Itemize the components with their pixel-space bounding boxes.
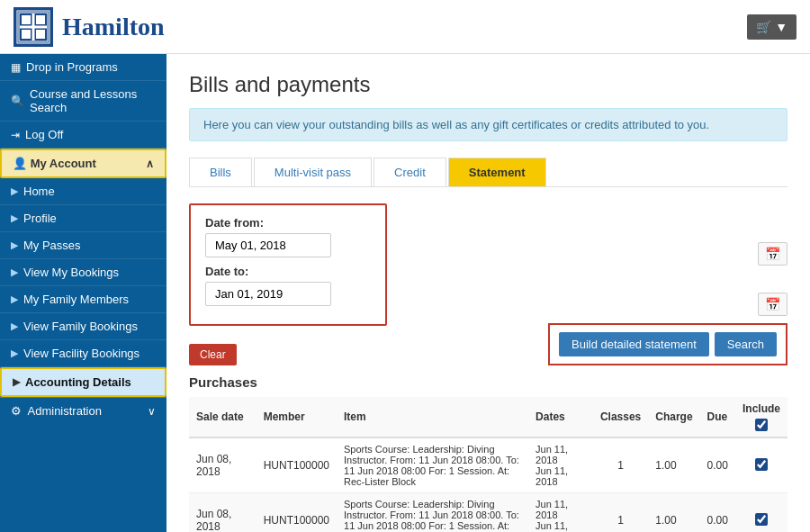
header: Hamilton 🛒 ▼ xyxy=(0,0,810,54)
tabs: Bills Multi-visit pass Credit Statement xyxy=(189,158,788,187)
arrow-icon: ▶ xyxy=(11,293,18,305)
right-panel: 📅 📅 Build detailed statement Search xyxy=(548,242,788,365)
chevron-up-icon: ∧ xyxy=(146,158,154,170)
sidebar-item-view-bookings[interactable]: ▶ View My Bookings xyxy=(0,259,166,286)
calendar-icon-bottom[interactable]: 📅 xyxy=(758,293,788,316)
cell-include xyxy=(735,437,788,493)
sidebar-item-label: Accounting Details xyxy=(25,375,131,389)
cell-sale-date: Jun 08, 2018 xyxy=(189,493,256,533)
sidebar-item-label: View Family Bookings xyxy=(23,320,138,333)
table-row: Jun 08, 2018 HUNT100000 Sports Course: L… xyxy=(189,493,788,533)
logo-icon xyxy=(14,7,53,47)
sidebar-item-family-members[interactable]: ▶ My Family Members xyxy=(0,286,166,313)
sidebar-item-facility-bookings[interactable]: ▶ View Facility Bookings xyxy=(0,340,166,367)
table-row: Jun 08, 2018 HUNT100000 Sports Course: L… xyxy=(189,437,788,493)
cell-due: 0.00 xyxy=(700,437,735,493)
sidebar-item-label: Log Off xyxy=(25,128,63,141)
date-section: Date from: Date to: xyxy=(189,203,387,365)
sidebar-item-label: My Passes xyxy=(23,239,81,252)
search-icon: 🔍 xyxy=(11,95,24,107)
chevron-down-icon: ∨ xyxy=(148,405,156,418)
user-icon: 👤 My Account xyxy=(13,157,96,170)
sidebar-item-label: View My Bookings xyxy=(23,266,119,279)
sidebar-item-drop-in[interactable]: ▦ Drop in Programs xyxy=(0,54,166,81)
svg-rect-4 xyxy=(22,15,31,24)
logo-text: Hamilton xyxy=(62,13,165,41)
cell-charge: 1.00 xyxy=(648,437,699,493)
row-include-checkbox[interactable] xyxy=(755,458,768,471)
arrow-icon: ▶ xyxy=(13,376,20,388)
sidebar-item-log-off[interactable]: ⇥ Log Off xyxy=(0,122,166,149)
col-member: Member xyxy=(256,397,337,437)
tab-bills[interactable]: Bills xyxy=(189,158,252,186)
gear-icon: ⚙ xyxy=(11,404,22,418)
sidebar-item-my-passes[interactable]: ▶ My Passes xyxy=(0,232,166,259)
date-from-input[interactable] xyxy=(205,233,331,257)
tab-statement[interactable]: Statement xyxy=(448,158,546,186)
admin-label: ⚙ Administration xyxy=(11,404,102,418)
date-from-label: Date from: xyxy=(205,216,371,230)
col-due: Due xyxy=(700,397,735,437)
cell-sale-date: Jun 08, 2018 xyxy=(189,437,256,493)
col-item: Item xyxy=(337,397,528,437)
svg-rect-6 xyxy=(22,30,31,39)
cell-dates: Jun 11, 2018Jun 11, 2018 xyxy=(528,437,593,493)
cell-item: Sports Course: Leadership: Diving Instru… xyxy=(337,493,528,533)
sidebar: ▦ Drop in Programs 🔍 Course and Lessons … xyxy=(0,54,166,532)
date-form: Date from: Date to: xyxy=(189,203,387,326)
include-all-checkbox[interactable] xyxy=(755,419,768,431)
sidebar-item-course-search[interactable]: 🔍 Course and Lessons Search xyxy=(0,81,166,122)
svg-rect-5 xyxy=(36,15,45,24)
cell-classes: 1 xyxy=(593,437,648,493)
section-title: Purchases xyxy=(189,374,788,390)
purchases-table: Sale date Member Item Dates Classes Char… xyxy=(189,397,788,532)
tab-multi-visit[interactable]: Multi-visit pass xyxy=(254,158,372,186)
date-to-input[interactable] xyxy=(205,282,331,306)
clear-button[interactable]: Clear xyxy=(189,344,237,365)
sidebar-item-accounting[interactable]: ▶ Accounting Details xyxy=(0,367,166,397)
logoff-icon: ⇥ xyxy=(11,129,20,141)
cell-due: 0.00 xyxy=(700,493,735,533)
arrow-icon: ▶ xyxy=(11,239,18,251)
sidebar-item-profile[interactable]: ▶ Profile xyxy=(0,205,166,232)
cell-charge: 1.00 xyxy=(648,493,699,533)
sidebar-item-home[interactable]: ▶ Home xyxy=(0,178,166,205)
date-to-label: Date to: xyxy=(205,265,371,278)
col-include: Include xyxy=(735,397,788,437)
cell-item: Sports Course: Leadership: Diving Instru… xyxy=(337,437,528,493)
action-buttons: Build detailed statement Search xyxy=(548,323,788,365)
arrow-icon: ▶ xyxy=(11,266,18,278)
tab-credit[interactable]: Credit xyxy=(374,158,446,186)
svg-rect-7 xyxy=(36,30,45,39)
sidebar-item-label: View Facility Bookings xyxy=(23,347,140,360)
sidebar-item-view-family-bookings[interactable]: ▶ View Family Bookings xyxy=(0,313,166,340)
sidebar-my-account[interactable]: 👤 My Account ∧ xyxy=(0,149,166,178)
arrow-icon: ▶ xyxy=(11,320,18,332)
cell-member: HUNT100000 xyxy=(256,437,337,493)
search-button[interactable]: Search xyxy=(715,332,777,356)
sidebar-item-label: Drop in Programs xyxy=(26,60,118,74)
calendar-icon-top[interactable]: 📅 xyxy=(758,242,788,266)
row-include-checkbox[interactable] xyxy=(755,513,768,526)
col-classes: Classes xyxy=(593,397,648,437)
header-right: 🛒 ▼ xyxy=(747,14,796,40)
logo-area: Hamilton xyxy=(14,7,165,47)
layout: ▦ Drop in Programs 🔍 Course and Lessons … xyxy=(0,54,810,532)
date-to-row: Date to: xyxy=(205,265,371,306)
sidebar-item-label: Course and Lessons Search xyxy=(30,87,156,114)
sidebar-admin[interactable]: ⚙ Administration ∨ xyxy=(0,397,166,424)
cell-classes: 1 xyxy=(593,493,648,533)
date-from-row: Date from: xyxy=(205,216,371,257)
arrow-icon: ▶ xyxy=(11,212,18,224)
cell-member: HUNT100000 xyxy=(256,493,337,533)
cell-include xyxy=(735,493,788,533)
grid-icon: ▦ xyxy=(11,61,21,74)
info-bar: Here you can view your outstanding bills… xyxy=(189,108,788,141)
arrow-icon: ▶ xyxy=(11,347,18,359)
col-charge: Charge xyxy=(648,397,699,437)
sidebar-item-label: Profile xyxy=(23,212,57,225)
cart-button[interactable]: 🛒 ▼ xyxy=(747,14,796,40)
sidebar-item-label: Home xyxy=(23,185,55,198)
page-title: Bills and payments xyxy=(189,72,788,97)
build-statement-button[interactable]: Build detailed statement xyxy=(559,332,709,356)
